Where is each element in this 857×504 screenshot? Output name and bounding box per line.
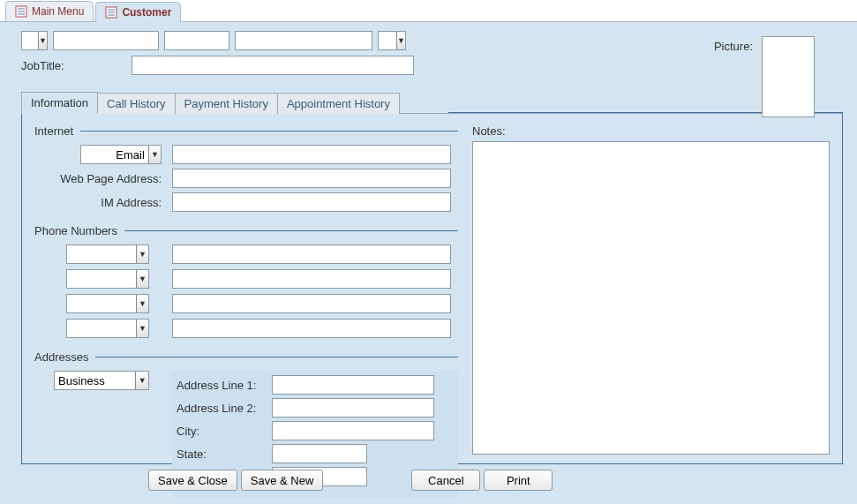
notes-label: Notes: bbox=[472, 124, 830, 138]
addr-line2-label: Address Line 2: bbox=[177, 402, 267, 415]
picture-label: Picture: bbox=[714, 40, 753, 53]
customer-form-window: Main Menu Customer ▼ ▼ bbox=[0, 0, 857, 504]
phone-legend: Phone Numbers bbox=[34, 224, 117, 237]
phone-type-combo-4[interactable]: ▼ bbox=[66, 319, 149, 338]
suffix-input[interactable] bbox=[379, 32, 396, 49]
addr-state-label: State: bbox=[177, 448, 267, 461]
phone-type-combo-1[interactable]: ▼ bbox=[66, 244, 149, 264]
im-input[interactable] bbox=[172, 192, 451, 212]
phone-type-input[interactable] bbox=[67, 320, 136, 337]
phone-row-4: ▼ bbox=[34, 319, 458, 338]
phone-row-3: ▼ bbox=[34, 294, 458, 313]
header-row: ▼ ▼ JobTitle: Picture: bbox=[21, 31, 843, 75]
addr-city-input[interactable] bbox=[272, 421, 434, 440]
phone-type-combo-3[interactable]: ▼ bbox=[66, 294, 149, 313]
inner-tab-control: Information Call History Payment History… bbox=[21, 91, 843, 464]
phone-type-input[interactable] bbox=[67, 295, 136, 312]
prefix-input[interactable] bbox=[22, 32, 38, 49]
chevron-down-icon[interactable]: ▼ bbox=[136, 320, 148, 337]
doctab-label: Customer bbox=[122, 6, 171, 19]
address-type-combo[interactable]: ▼ bbox=[54, 371, 149, 390]
email-type-input[interactable] bbox=[81, 146, 148, 163]
cancel-button[interactable]: Cancel bbox=[411, 470, 480, 491]
save-close-button[interactable]: Save & Close bbox=[148, 470, 237, 491]
chevron-down-icon[interactable]: ▼ bbox=[136, 270, 148, 288]
middle-name-input[interactable] bbox=[164, 31, 229, 50]
doctab-label: Main Menu bbox=[32, 5, 84, 18]
doctab-main-menu[interactable]: Main Menu bbox=[5, 1, 94, 21]
right-column: Notes: bbox=[472, 124, 830, 455]
last-name-input[interactable] bbox=[235, 31, 372, 50]
phone-type-input[interactable] bbox=[67, 270, 136, 288]
addr-line1-label: Address Line 1: bbox=[177, 379, 267, 392]
jobtitle-input[interactable] bbox=[132, 56, 414, 75]
save-new-button[interactable]: Save & New bbox=[241, 470, 324, 491]
chevron-down-icon[interactable]: ▼ bbox=[136, 245, 148, 263]
phone-number-input-2[interactable] bbox=[172, 269, 451, 289]
form-icon bbox=[105, 6, 117, 19]
prefix-combo[interactable]: ▼ bbox=[21, 31, 48, 50]
chevron-down-icon[interactable]: ▼ bbox=[38, 32, 47, 49]
web-input[interactable] bbox=[172, 169, 451, 188]
phone-group: Phone Numbers ▼ ▼ ▼ bbox=[34, 224, 458, 338]
phone-row-1: ▼ bbox=[34, 244, 458, 264]
picture-frame[interactable] bbox=[762, 36, 815, 117]
tab-body-information: Internet ▼ Web Page Address: bbox=[21, 113, 843, 464]
tab-call-history[interactable]: Call History bbox=[97, 93, 175, 114]
addr-line2-input[interactable] bbox=[272, 398, 434, 417]
addr-line1-input[interactable] bbox=[272, 375, 434, 395]
email-input[interactable] bbox=[172, 145, 451, 164]
addr-city-label: City: bbox=[177, 425, 267, 438]
phone-row-2: ▼ bbox=[34, 269, 458, 289]
phone-number-input-1[interactable] bbox=[172, 244, 451, 264]
first-name-input[interactable] bbox=[53, 31, 159, 50]
print-button[interactable]: Print bbox=[484, 470, 553, 491]
im-label: IM Address: bbox=[34, 196, 167, 209]
left-column: Internet ▼ Web Page Address: bbox=[34, 124, 458, 455]
internet-legend: Internet bbox=[34, 124, 73, 138]
form-area: ▼ ▼ JobTitle: Picture: In bbox=[0, 22, 857, 498]
internet-group: Internet ▼ Web Page Address: bbox=[34, 124, 458, 212]
chevron-down-icon[interactable]: ▼ bbox=[396, 32, 405, 49]
jobtitle-label: JobTitle: bbox=[21, 59, 64, 72]
address-legend: Addresses bbox=[34, 350, 88, 364]
chevron-down-icon[interactable]: ▼ bbox=[135, 372, 148, 389]
suffix-combo[interactable]: ▼ bbox=[378, 31, 406, 50]
document-tab-strip: Main Menu Customer bbox=[0, 0, 857, 22]
notes-textarea[interactable] bbox=[472, 141, 830, 455]
doctab-customer[interactable]: Customer bbox=[95, 2, 181, 22]
form-icon bbox=[15, 5, 27, 18]
phone-type-combo-2[interactable]: ▼ bbox=[66, 269, 149, 289]
address-type-input[interactable] bbox=[55, 372, 135, 389]
web-label: Web Page Address: bbox=[34, 172, 167, 185]
chevron-down-icon[interactable]: ▼ bbox=[136, 295, 148, 312]
picture-box: Picture: bbox=[718, 36, 815, 117]
tab-appointment-history[interactable]: Appointment History bbox=[277, 93, 400, 114]
phone-number-input-4[interactable] bbox=[172, 319, 451, 338]
phone-type-input[interactable] bbox=[67, 245, 136, 263]
chevron-down-icon[interactable]: ▼ bbox=[148, 146, 161, 163]
tab-payment-history[interactable]: Payment History bbox=[175, 93, 278, 114]
addr-state-input[interactable] bbox=[272, 444, 367, 463]
tab-information[interactable]: Information bbox=[21, 92, 98, 114]
phone-number-input-3[interactable] bbox=[172, 294, 451, 313]
email-type-combo[interactable]: ▼ bbox=[80, 145, 162, 164]
